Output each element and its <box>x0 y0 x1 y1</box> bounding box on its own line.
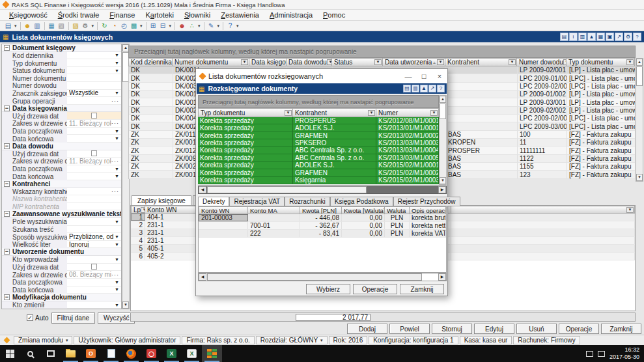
rozksiegowany-row[interactable]: Korekta sprzedażyGRAFMENKS/2015/02/M1/00… <box>198 169 439 176</box>
notes-icon[interactable]: ▨ <box>71 21 81 30</box>
filter-value-wielkosc-liter[interactable]: Ignoruj▼ <box>67 241 121 249</box>
chevron-down-icon[interactable]: ▼ <box>115 242 119 247</box>
file-explorer-icon[interactable] <box>61 345 81 362</box>
column-header-numer[interactable]: Numer▼ <box>376 108 439 117</box>
wybierz-button[interactable]: Wybierz <box>306 284 350 294</box>
checkbox-unchecked[interactable] <box>91 150 97 156</box>
chevron-down-icon[interactable]: ▼ <box>115 287 119 292</box>
dropdown-caret-icon[interactable]: ▾ <box>140 23 143 29</box>
dropdown-caret-icon[interactable]: ▾ <box>320 338 323 343</box>
usun-button[interactable]: Usuń <box>516 324 557 334</box>
ellipsis-button[interactable]: ··· <box>111 120 119 126</box>
scrollbar-thumb[interactable] <box>636 66 643 86</box>
column-header-data-utworzenia[interactable]: Data utworzenia▵▼ <box>383 58 445 66</box>
column-header-waluta[interactable]: Waluta <box>385 206 410 214</box>
scroll-up-icon[interactable]: ▲ <box>440 96 446 103</box>
scrollbar-thumb[interactable] <box>207 273 422 281</box>
table-scrollbar[interactable]: ▲ ▼ <box>636 58 643 182</box>
filter-value-szukana-tresc[interactable] <box>67 226 121 234</box>
rozksiegowany-row[interactable]: Korekta sprzedażyGRAFMENKS/2013/02/M1/00… <box>198 132 439 139</box>
collapse-icon[interactable]: − <box>4 211 10 217</box>
menu-pomoc[interactable]: Pomoc <box>318 10 350 20</box>
collapse-icon[interactable]: − <box>4 45 10 51</box>
column-header-kontrahent[interactable]: Kontrahent▼ <box>293 108 376 117</box>
column-header-numer-dokumentu[interactable]: Numer dokumentu▼ <box>173 58 249 66</box>
details-icon[interactable]: ▥ <box>578 33 587 41</box>
edit-pencil-icon[interactable]: ✎ <box>206 21 216 30</box>
filter-value-status-dokumentu[interactable]: ▼ <box>67 67 121 75</box>
search-icon[interactable] <box>20 345 40 362</box>
tab-rozrachunki[interactable]: Rozrachunki <box>285 197 330 206</box>
minimize-icon[interactable]: — <box>400 69 416 83</box>
powiel-button[interactable]: Powiel <box>389 324 430 334</box>
filter-dropdown-icon[interactable]: ▼ <box>285 110 292 116</box>
window-view-icon[interactable]: ⊟ <box>158 21 168 30</box>
checkbox-unchecked[interactable] <box>91 113 97 118</box>
rozksiegowany-row[interactable]: Korekta sprzedażySPKSEROKS/2013/03/M1/00… <box>198 139 439 146</box>
dekret-row[interactable]: 700-01- 362,670,00PLNkorekta netto s <box>199 222 446 230</box>
chevron-down-icon[interactable]: ▼ <box>115 257 119 262</box>
print-icon[interactable]: ▤ <box>403 85 411 92</box>
chevron-down-icon[interactable]: ▼ <box>115 68 119 73</box>
tree-view-icon[interactable]: ∴ <box>187 21 197 30</box>
dropdown-caret-icon[interactable]: ▾ <box>236 23 239 29</box>
action-center-icon[interactable] <box>598 351 605 357</box>
operacje-button[interactable]: Operacje <box>353 284 397 294</box>
menu-ksiegowosc[interactable]: Księgowość <box>4 10 53 20</box>
calculator-icon[interactable]: ▩ <box>129 21 139 30</box>
filter-value-pole-wyszukiwania[interactable]: ▼ <box>67 218 121 226</box>
rozksiegowany-row[interactable]: Korekta sprzedażyABC Centrala Sp. z o.o.… <box>198 154 439 161</box>
column-header-opis-operacji[interactable]: Opis operacji <box>410 206 446 214</box>
filter-value-data-poczatkowa[interactable]: ▼ <box>67 279 121 286</box>
filter-dropdown-icon[interactable]: ▼ <box>141 207 145 213</box>
notification-icon[interactable] <box>586 351 593 357</box>
filter-value-data-koncowa[interactable]: ▼ <box>67 135 121 143</box>
clock-icon[interactable]: ◴ <box>119 21 129 30</box>
chevron-down-icon[interactable]: ▼ <box>115 234 119 239</box>
edytuj-button[interactable]: Edytuj <box>474 324 514 334</box>
dekret-row[interactable]: 222- 83,410,00PLNkorekta VAT sp <box>199 230 446 238</box>
chevron-down-icon[interactable]: ▼ <box>115 219 119 224</box>
column-header-typ-dokumentu[interactable]: Typ dokumentu▼ <box>567 58 635 66</box>
filter-value-uzyj-drzewa-dat[interactable] <box>67 112 121 120</box>
filter-value-numer-dokumentu[interactable] <box>67 74 121 82</box>
chevron-down-icon[interactable]: ▼ <box>115 167 119 171</box>
column-header-lp[interactable]: Lp▼ <box>131 206 145 214</box>
chevron-down-icon[interactable]: ▼ <box>115 174 119 178</box>
chevron-down-icon[interactable]: ▼ <box>115 53 119 57</box>
scroll-right-icon[interactable]: ▶ <box>438 186 446 193</box>
info-icon[interactable]: i <box>569 33 578 41</box>
settings-icon[interactable]: ⚙ <box>81 21 91 30</box>
menu-kartoteki[interactable]: Kartoteki <box>140 10 178 20</box>
export-icon[interactable]: ↗ <box>428 85 436 92</box>
columns-icon[interactable]: ▣ <box>606 33 614 41</box>
scroll-down-icon[interactable]: ▼ <box>440 177 446 184</box>
ellipsis-button[interactable]: ··· <box>111 272 119 278</box>
filter-value-znacznik-zaksiegowania[interactable]: Wszystkie▼ <box>67 90 121 98</box>
scroll-up-icon[interactable]: ▲ <box>636 59 643 66</box>
filter-value-sposob-wyszukiwania[interactable]: Przybliżone, od począ▼ <box>67 233 121 241</box>
print-icon[interactable]: ▤ <box>560 33 568 41</box>
filter-value-zakres-w-drzewie-dat[interactable]: 11. Bieżący rok obrad··· <box>67 120 121 128</box>
column-header-data-ksiegowa[interactable]: Data księgowa▼ <box>249 58 287 66</box>
scroll-left-icon[interactable]: ◀ <box>199 186 206 193</box>
filter-value-data-poczatkowa[interactable]: ▼ <box>67 128 121 135</box>
help-icon[interactable]: ? <box>225 21 235 30</box>
filter-section-modyfikacja-dokumentu[interactable]: −Modyfikacja dokumentu <box>2 294 121 301</box>
close-icon[interactable]: × <box>432 69 447 83</box>
dekret-row[interactable]: 201-00003- 446,080,00PLNkorekta brutto <box>199 214 446 222</box>
filter-dropdown-icon[interactable]: ▼ <box>241 59 248 65</box>
firefox-icon[interactable] <box>121 345 141 362</box>
taskbar-clock[interactable]: 16:322017-05-30 <box>609 346 639 361</box>
status-zmiana-moduu[interactable]: Zmiana modułu▾ <box>14 336 72 344</box>
column-header-kontrahent[interactable]: Kontrahent▼ <box>445 58 517 66</box>
rozksiegowany-row[interactable]: Korekta sprzedażyADOLEK S.J.KS/2015/02/M… <box>198 162 439 169</box>
column-header-kod-dziennika[interactable]: Kod dziennika▼ <box>128 58 173 66</box>
dropdown-caret-icon[interactable]: ▾ <box>169 23 172 29</box>
tab-rejestracja-vat[interactable]: Rejestracja VAT <box>229 197 285 206</box>
dropdown-caret-icon[interactable]: ▾ <box>217 23 220 29</box>
filter-value-data-koncowa[interactable]: ▼ <box>67 286 121 294</box>
dialog-list-hscrollbar[interactable]: ◀ ▶ <box>198 186 447 194</box>
scrollbar-thumb[interactable] <box>207 186 367 193</box>
column-header-typ-dokumentu[interactable]: Typ dokumentu▼ <box>198 108 293 117</box>
